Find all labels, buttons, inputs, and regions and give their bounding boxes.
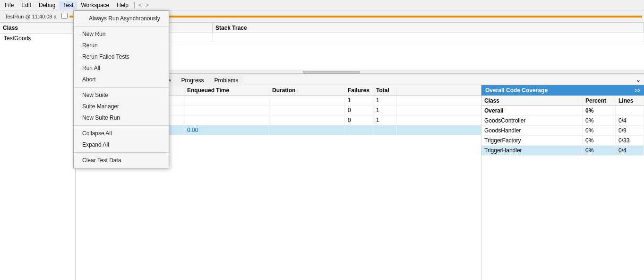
separator-3 [74,125,169,126]
cov-percent-triggerhandler: 0% [583,146,616,155]
separator-2 [74,87,169,88]
total-1: 1 [373,105,397,115]
coverage-table-header: Class Percent Lines [481,96,644,106]
duration-2 [269,115,345,125]
horizontal-scrollbar-thumb[interactable] [303,71,360,74]
menu-rerun-failed[interactable]: Rerun Failed Tests [74,51,169,62]
async-checkmark [82,15,89,22]
menu-new-suite[interactable]: New Suite [74,89,169,101]
nav-prev[interactable]: < [137,1,144,9]
menu-test[interactable]: Test [59,1,77,9]
enqueued-1 [184,105,269,115]
menu-run-all[interactable]: Run All [74,62,169,74]
menubar: File Edit Debug Test Workspace Help < > [0,0,644,10]
coverage-row-triggerfactory[interactable]: TriggerFactory 0% 0/33 [481,136,644,146]
coverage-row-goodshandler[interactable]: GoodsHandler 0% 0/9 [481,126,644,136]
coverage-header: Overall Code Coverage >> [481,85,644,96]
menu-clear-test-data[interactable]: Clear Test Data [74,155,169,166]
col-header-stacktrace: Stack Trace [213,23,644,33]
tab-problems[interactable]: Problems [209,75,244,85]
failures-1: 0 [345,105,373,115]
total-2: 1 [373,115,397,125]
cov-lines-goodscontroller: 0/4 [616,116,644,125]
menu-expand-all[interactable]: Expand All [74,139,169,150]
cov-lines-overall [616,106,644,115]
coverage-title: Overall Code Coverage [485,87,548,94]
cov-percent-overall: 0% [583,106,616,115]
menu-suite-manager[interactable]: Suite Manager [74,101,169,112]
th-duration: Duration [269,86,345,95]
enqueued-3: 0:00 [184,125,269,135]
menu-rerun[interactable]: Rerun [74,40,169,51]
th-enqueued: Enqueued Time [184,86,269,95]
failures-2: 0 [345,115,373,125]
separator-4 [74,152,169,153]
menu-file[interactable]: File [1,1,17,9]
cov-lines-triggerhandler: 0/4 [616,146,644,155]
cov-class-triggerfactory: TriggerFactory [481,136,583,145]
coverage-row-goodscontroller[interactable]: GoodsController 0% 0/4 [481,116,644,126]
duration-3 [269,125,345,135]
th-total: Total [373,86,397,95]
duration-1 [269,105,345,115]
total-3 [373,125,397,135]
menu-edit[interactable]: Edit [17,1,35,9]
left-panel: Class TestGoods [0,23,76,280]
enqueued-0 [184,96,269,105]
cov-lines-goodshandler: 0/9 [616,126,644,135]
cov-percent-goodscontroller: 0% [583,116,616,125]
menubar-separator [134,2,135,9]
left-panel-item-testgoods[interactable]: TestGoods [0,34,75,43]
testrun-label: TestRun @ 11:40:08 a [2,14,60,19]
separator-1 [74,26,169,26]
failures-0: 1 [345,96,373,105]
cov-th-lines: Lines [616,96,644,105]
left-panel-header: Class [0,23,75,34]
cov-percent-goodshandler: 0% [583,126,616,135]
menu-new-run[interactable]: New Run [74,28,169,40]
cov-th-class: Class [481,96,583,105]
stacktrace-cell [213,33,644,42]
cov-class-triggerhandler: TriggerHandler [481,146,583,155]
coverage-expand-icon[interactable]: >> [635,88,640,93]
menu-help[interactable]: Help [113,1,132,9]
async-checkbox[interactable] [61,13,68,19]
cov-th-percent: Percent [583,96,616,105]
cov-percent-triggerfactory: 0% [583,136,616,145]
cov-lines-triggerfactory: 0/33 [616,136,644,145]
coverage-row-triggerhandler[interactable]: TriggerHandler 0% 0/4 [481,146,644,156]
cov-class-overall: Overall [481,106,583,115]
menu-workspace[interactable]: Workspace [77,1,113,9]
tab-progress[interactable]: Progress [176,75,209,85]
enqueued-2 [184,115,269,125]
th-failures: Failures [345,86,373,95]
cov-class-goodshandler: GoodsHandler [481,126,583,135]
total-0: 1 [373,96,397,105]
duration-0 [269,96,345,105]
coverage-row-overall[interactable]: Overall 0% [481,106,644,116]
coverage-panel: Overall Code Coverage >> Class Percent L… [481,85,644,280]
menu-debug[interactable]: Debug [35,1,59,9]
nav-next[interactable]: > [144,1,151,9]
failures-3 [345,125,373,135]
menu-always-run-async[interactable]: Always Run Asynchronously [74,13,169,24]
tab-collapse-btn[interactable]: ⌄ [633,74,644,85]
test-dropdown-menu: Always Run Asynchronously New Run Rerun … [73,10,169,168]
menu-abort[interactable]: Abort [74,74,169,85]
cov-class-goodscontroller: GoodsController [481,116,583,125]
menu-collapse-all[interactable]: Collapse All [74,128,169,139]
menu-new-suite-run[interactable]: New Suite Run [74,112,169,123]
